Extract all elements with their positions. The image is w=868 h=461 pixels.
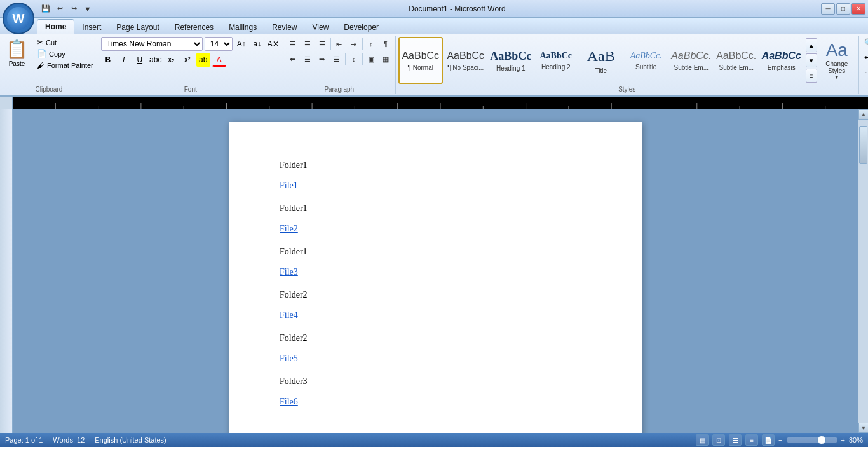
font-color-button[interactable]: A — [212, 53, 226, 67]
border-button[interactable]: ▦ — [379, 52, 393, 66]
multilevel-list-button[interactable]: ☰ — [315, 37, 329, 51]
document-area[interactable]: Folder1 File1 Folder1 File2 Folder1 File… — [13, 109, 858, 433]
zoom-slider[interactable] — [787, 437, 837, 443]
view-print-layout[interactable]: ▤ — [696, 434, 709, 446]
bold-button[interactable]: B — [101, 53, 115, 67]
minimize-button[interactable]: ─ — [821, 3, 835, 15]
style-subtle-ref-label: Subtle Em... — [719, 64, 754, 71]
font-family-select[interactable]: Times New Roman — [101, 37, 203, 51]
decrease-indent-button[interactable]: ⇤ — [332, 37, 346, 51]
vertical-scrollbar[interactable]: ▲ ▼ — [858, 109, 868, 433]
font-grow-button[interactable]: A↑ — [234, 37, 248, 51]
font-shrink-button[interactable]: a↓ — [250, 37, 264, 51]
zoom-thumb[interactable] — [817, 436, 826, 444]
scrollbar-thumb[interactable] — [859, 126, 867, 164]
replace-button[interactable]: ⇄ Replace — [862, 50, 868, 62]
tab-page-layout[interactable]: Page Layout — [109, 20, 166, 34]
close-button[interactable]: ✕ — [851, 3, 865, 15]
paste-button[interactable]: 📋 Paste — [3, 37, 31, 69]
style-subtitle[interactable]: AaBbCc. Subtitle — [624, 37, 668, 84]
view-outline[interactable]: ≡ — [745, 434, 758, 446]
style-normal[interactable]: AaBbCc ¶ Normal — [398, 37, 443, 84]
view-draft[interactable]: 📄 — [762, 434, 775, 446]
tab-home[interactable]: Home — [37, 19, 74, 34]
style-heading1[interactable]: AaBbCc Heading 1 — [489, 37, 533, 84]
folder-label-4: Folder2 — [280, 333, 591, 343]
folder-label-5: Folder3 — [280, 376, 591, 387]
para-divider2 — [362, 38, 363, 50]
redo-button[interactable]: ↪ — [68, 3, 79, 15]
quick-access-dropdown[interactable]: ▼ — [82, 3, 93, 15]
styles-scroll-up[interactable]: ▲ — [806, 38, 817, 52]
style-subtle-ref-preview: AaBbCc. — [716, 50, 756, 63]
subscript-button[interactable]: x₂ — [165, 53, 179, 67]
document-page[interactable]: Folder1 File1 Folder1 File2 Folder1 File… — [229, 122, 642, 433]
italic-button[interactable]: I — [117, 53, 131, 67]
underline-button[interactable]: U — [133, 53, 147, 67]
ruler-container — [0, 97, 868, 109]
style-subtle-em-label: Subtle Em... — [674, 64, 709, 71]
scrollbar-down-button[interactable]: ▼ — [858, 423, 868, 433]
undo-button[interactable]: ↩ — [54, 3, 65, 15]
file-link-4[interactable]: File5 — [280, 354, 298, 363]
tab-view[interactable]: View — [305, 20, 337, 34]
view-web-layout[interactable]: ☰ — [729, 434, 742, 446]
office-button[interactable]: W — [3, 3, 34, 34]
style-subtle-reference[interactable]: AaBbCc. Subtle Em... — [714, 37, 759, 84]
show-hide-button[interactable]: ¶ — [379, 37, 393, 51]
align-right-button[interactable]: ➡ — [315, 52, 329, 66]
file-link-2[interactable]: File3 — [280, 267, 298, 277]
tab-developer[interactable]: Developer — [336, 20, 386, 34]
align-center-button[interactable]: ☰ — [301, 52, 315, 66]
style-normal-label: ¶ Normal — [408, 64, 433, 71]
numbering-button[interactable]: ☰ — [301, 37, 315, 51]
font-size-select[interactable]: 14 89101112 1416182022 — [205, 37, 233, 51]
file-link-5[interactable]: File6 — [280, 397, 298, 406]
style-subtitle-label: Subtitle — [635, 64, 656, 71]
tab-mailings[interactable]: Mailings — [221, 20, 264, 34]
find-button[interactable]: 🔍 Find — [862, 37, 868, 48]
increase-indent-button[interactable]: ⇥ — [347, 37, 361, 51]
style-title[interactable]: AaB Title — [579, 37, 623, 84]
clear-formatting-button[interactable]: A✕ — [266, 37, 280, 51]
tab-insert[interactable]: Insert — [74, 20, 109, 34]
cut-button[interactable]: ✂ Cut — [35, 37, 95, 48]
align-left-button[interactable]: ⬅ — [286, 52, 300, 66]
tab-references[interactable]: References — [167, 20, 221, 34]
strikethrough-button[interactable]: abc — [149, 53, 163, 67]
format-painter-icon: 🖌 — [37, 60, 45, 70]
style-heading2[interactable]: AaBbCc Heading 2 — [534, 37, 578, 84]
zoom-in-button[interactable]: + — [841, 436, 845, 444]
select-button[interactable]: ⬚ Select ▼ — [862, 64, 868, 75]
justify-button[interactable]: ☰ — [330, 52, 344, 66]
zoom-out-button[interactable]: − — [778, 436, 782, 444]
style-emphasis[interactable]: AaBbCc Emphasis — [759, 37, 804, 84]
style-no-spacing-preview: AaBbCc — [447, 50, 484, 63]
styles-scroll-down[interactable]: ▼ — [806, 53, 817, 67]
file-link-0[interactable]: File1 — [280, 181, 298, 190]
copy-button[interactable]: 📄 Copy — [35, 48, 95, 59]
scrollbar-track[interactable] — [858, 120, 868, 423]
styles-scroll-expand[interactable]: ≡ — [806, 69, 817, 83]
line-spacing-button[interactable]: ↕ — [347, 52, 361, 66]
superscript-button[interactable]: x² — [180, 53, 194, 67]
style-no-spacing[interactable]: AaBbCc ¶ No Spaci... — [444, 37, 488, 84]
sort-button[interactable]: ↕ — [364, 37, 378, 51]
view-full-screen[interactable]: ⊡ — [712, 434, 725, 446]
style-subtle-emphasis[interactable]: AaBbCc. Subtle Em... — [669, 37, 714, 84]
file-link-3[interactable]: File4 — [280, 310, 298, 320]
scrollbar-up-button[interactable]: ▲ — [858, 109, 868, 120]
style-no-spacing-label: ¶ No Spaci... — [447, 64, 484, 71]
maximize-button[interactable]: □ — [836, 3, 850, 15]
bullets-button[interactable]: ☰ — [286, 37, 300, 51]
shading-button[interactable]: ▣ — [364, 52, 378, 66]
tab-review[interactable]: Review — [264, 20, 304, 34]
highlight-button[interactable]: ab — [196, 53, 210, 67]
status-bar-right: ▤ ⊡ ☰ ≡ 📄 − + 80% — [696, 434, 863, 446]
save-button[interactable]: 💾 — [40, 3, 51, 15]
file-link-1[interactable]: File2 — [280, 224, 298, 233]
change-styles-button[interactable]: Aa Change Styles ▼ — [818, 38, 856, 83]
folder-label-3: Folder2 — [280, 290, 591, 300]
format-painter-button[interactable]: 🖌 Format Painter — [35, 60, 95, 71]
doc-entry-0: Folder1 File1 — [280, 160, 591, 191]
